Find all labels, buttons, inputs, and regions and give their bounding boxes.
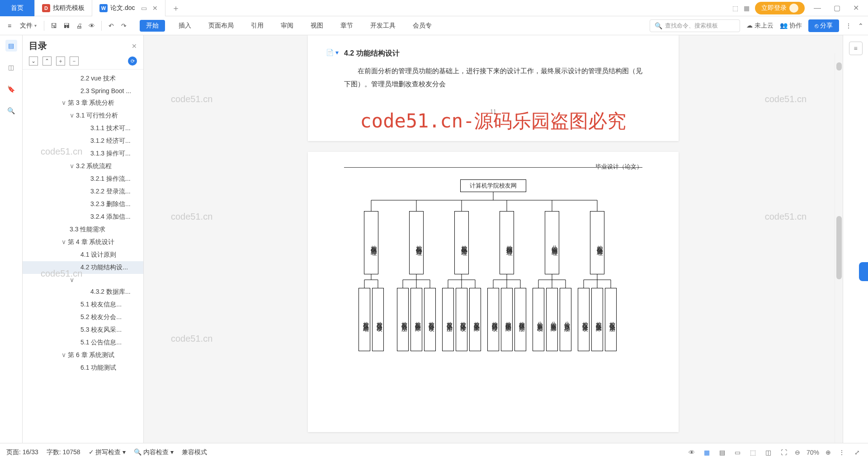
outline-item[interactable]: 3.2.4 添加信... <box>23 211 143 223</box>
ribbon-tab-review[interactable]: 审阅 <box>277 20 297 32</box>
statusbar: 页面: 16/33 字数: 10758 ✓ 拼写检查 ▾ 🔍 内容检查 ▾ 兼容… <box>0 443 868 461</box>
zoom-fit-icon[interactable]: ⛶ <box>779 448 788 457</box>
tab-document[interactable]: W论文.doc ▭✕ <box>92 0 165 16</box>
bookmark-icon[interactable]: 🔖 <box>5 83 17 95</box>
zoom-level[interactable]: 70% <box>807 449 819 456</box>
save-icon[interactable]: 🖫 <box>49 21 59 31</box>
compat-mode[interactable]: 兼容模式 <box>182 448 207 456</box>
content-check[interactable]: 🔍 内容检查 ▾ <box>134 448 174 456</box>
maximize-icon[interactable]: ▢ <box>830 4 844 12</box>
collapse-all-icon[interactable]: ⌄ <box>29 56 38 66</box>
outline-item[interactable]: 6.1 功能测试 <box>23 362 143 374</box>
share-button[interactable]: ⎋ 分享 <box>808 19 839 32</box>
command-search[interactable]: 🔍查找命令、搜索模板 <box>650 19 740 32</box>
ribbon-tab-view[interactable]: 视图 <box>307 20 327 32</box>
outline-item[interactable]: ∨ <box>23 274 143 286</box>
view3-icon[interactable]: ▭ <box>733 448 742 457</box>
layout1-icon[interactable]: ⬚ <box>732 5 738 12</box>
find-icon[interactable]: 🔍 <box>5 105 17 117</box>
preview-icon[interactable]: 👁 <box>87 21 97 31</box>
ribbon-tab-dev[interactable]: 开发工具 <box>367 20 399 32</box>
page-marker-icon[interactable]: 📄 ▾ <box>326 49 339 56</box>
panel-toggle-icon[interactable]: ≡ <box>849 42 863 55</box>
expand-icon[interactable]: ⤢ <box>853 448 862 457</box>
ribbon-tab-ref[interactable]: 引用 <box>247 20 267 32</box>
close-icon[interactable]: ✕ <box>849 4 863 12</box>
print-icon[interactable]: 🖨 <box>74 21 84 31</box>
document-area[interactable]: code51.cn code51.cn code51.cn code51.cn … <box>144 35 843 443</box>
redo-icon[interactable]: ↷ <box>119 21 129 31</box>
minimize-icon[interactable]: — <box>810 4 825 12</box>
outline-item[interactable]: ∨第 3 章 系统分析 <box>23 97 143 109</box>
scrollbar[interactable] <box>835 53 843 443</box>
view5-icon[interactable]: ◫ <box>764 448 773 457</box>
diagram-branch: 校友风采管理 <box>454 211 469 274</box>
outline-item[interactable]: ∨第 6 章 系统测试 <box>23 349 143 362</box>
outline-item[interactable]: 4.1 设计原则 <box>23 249 143 261</box>
page-indicator[interactable]: 页面: 16/33 <box>6 448 38 456</box>
outline-item[interactable]: ∨3.1 可行性分析 <box>23 109 143 122</box>
outline-item[interactable]: 4.3.2 数据库... <box>23 286 143 298</box>
outline-icon[interactable]: ▤ <box>5 40 17 52</box>
diagram-leaf: 公告信息添加 <box>560 288 571 351</box>
ribbon-tab-vip[interactable]: 会员专 <box>409 20 435 32</box>
add-node-icon[interactable]: ＋ <box>56 56 65 66</box>
edge-tab[interactable] <box>859 262 868 281</box>
menu-icon[interactable]: ≡ <box>5 21 14 31</box>
more-icon[interactable]: ⋮ <box>845 22 852 29</box>
remove-node-icon[interactable]: － <box>70 56 79 66</box>
outline-item[interactable]: 3.1.2 经济可... <box>23 135 143 147</box>
outline-item[interactable]: ∨3.2 系统流程 <box>23 160 143 173</box>
outline-item[interactable]: 2.3 Spring Boot ... <box>23 85 143 97</box>
saveas-icon[interactable]: 🖬 <box>61 21 71 31</box>
ribbon-tab-layout[interactable]: 页面布局 <box>205 20 237 32</box>
file-menu[interactable]: 文件▾ <box>17 22 39 30</box>
zoom-in[interactable]: ⊕ <box>826 449 831 456</box>
sb-more-icon[interactable]: ⋮ <box>837 448 846 457</box>
refresh-icon[interactable]: ⟳ <box>128 56 137 66</box>
apps-icon[interactable]: ▦ <box>744 5 750 12</box>
cloud-status[interactable]: ☁ 未上云 <box>746 22 774 30</box>
ribbon-tab-start[interactable]: 开始 <box>140 20 165 32</box>
tab-templates[interactable]: D找稻壳模板 <box>35 0 92 16</box>
collab-button[interactable]: 👥 协作 <box>780 22 802 30</box>
outline-item[interactable]: 3.1.3 操作可... <box>23 147 143 160</box>
tab-split-icon[interactable]: ▭ <box>141 5 147 12</box>
undo-icon[interactable]: ↶ <box>106 21 116 31</box>
daoke-icon: D <box>42 4 50 12</box>
collapse-icon[interactable]: ⌃ <box>858 22 863 29</box>
outline-close-icon[interactable]: ✕ <box>132 42 137 50</box>
diagram-leaf: 校友风采修改 <box>456 288 467 351</box>
outline-item[interactable]: 5.3 校友风采... <box>23 324 143 336</box>
zoom-out[interactable]: ⊖ <box>795 449 800 456</box>
eye-icon[interactable]: 👁 <box>687 448 696 457</box>
outline-item[interactable]: 5.1 公告信息... <box>23 336 143 349</box>
ribbon-tab-insert[interactable]: 插入 <box>175 20 195 32</box>
outline-item[interactable]: 3.1.1 技术可... <box>23 122 143 135</box>
body-text: 在前面分析的管理员功能的基础上，进行接下来的设计工作，最终展示设计的管理员结构图… <box>344 65 642 90</box>
outline-item[interactable]: 2.2 vue 技术 <box>23 72 143 85</box>
avatar-icon <box>789 4 798 13</box>
tab-add[interactable]: ＋ <box>165 3 186 14</box>
outline-item[interactable]: ∨第 4 章 系统设计 <box>23 236 143 249</box>
tab-close-icon[interactable]: ✕ <box>152 5 158 12</box>
expand-all-icon[interactable]: ⌃ <box>42 56 52 66</box>
outline-item[interactable]: 3.2.1 操作流... <box>23 173 143 185</box>
outline-item[interactable]: 5.1 校友信息... <box>23 298 143 311</box>
view4-icon[interactable]: ⬚ <box>749 448 758 457</box>
tab-home[interactable]: 首页 <box>0 0 35 16</box>
word-count[interactable]: 字数: 10758 <box>47 448 80 456</box>
slide-icon[interactable]: ◫ <box>5 61 17 73</box>
outline-item[interactable]: 3.2.2 登录流... <box>23 185 143 198</box>
spellcheck-toggle[interactable]: ✓ 拼写检查 ▾ <box>89 448 126 456</box>
outline-item[interactable]: 3.3 性能需求 <box>23 223 143 236</box>
outline-item[interactable]: 4.2 功能结构设... <box>23 261 143 274</box>
login-button[interactable]: 立即登录 <box>755 2 805 14</box>
section-heading: 4.2 功能结构设计 <box>344 49 642 58</box>
outline-item[interactable]: 3.2.3 删除信... <box>23 198 143 211</box>
ribbon-tab-chapter[interactable]: 章节 <box>337 20 357 32</box>
view2-icon[interactable]: ▤ <box>718 448 727 457</box>
outline-item[interactable]: 5.2 校友分会... <box>23 311 143 324</box>
view1-icon[interactable]: ▦ <box>703 448 712 457</box>
outline-list[interactable]: code51.cn code51.cn 2.2 vue 技术2.3 Spring… <box>23 70 143 443</box>
